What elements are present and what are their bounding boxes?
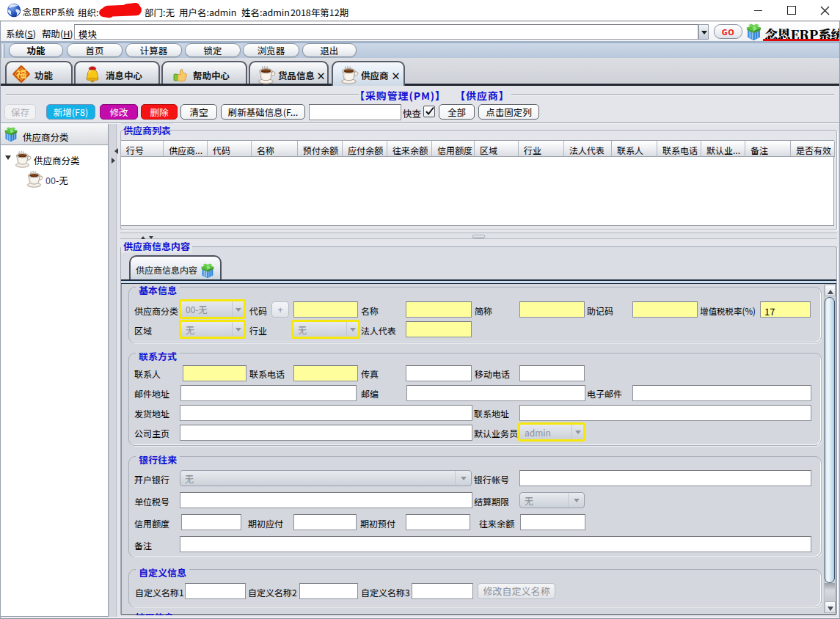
svg-text:福: 福 (16, 66, 26, 81)
